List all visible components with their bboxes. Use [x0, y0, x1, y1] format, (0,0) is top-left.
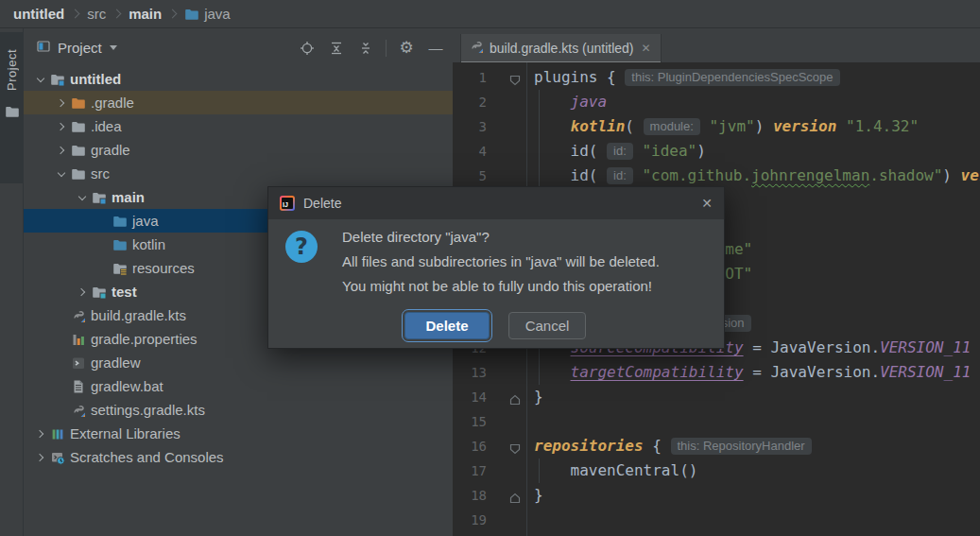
code-line-2: 2 java — [453, 90, 980, 114]
tree-item--gradle[interactable]: .gradle — [24, 91, 453, 114]
indent-guide — [539, 458, 540, 483]
tree-item-label: main — [112, 189, 145, 205]
tool-window-strip: Project — [0, 28, 24, 536]
code-line-16: 16repositories { this: RepositoryHandler — [453, 434, 980, 458]
indent-guide — [539, 114, 540, 139]
tree-item-label: untitled — [70, 71, 121, 87]
chevron-down-icon[interactable] — [55, 167, 68, 181]
tree-item-label: gradle.properties — [91, 331, 198, 347]
folder-icon — [71, 143, 86, 158]
inlay-hint: this: RepositoryHandler — [671, 438, 812, 455]
gutter: 5 — [453, 164, 526, 188]
dialog-message-line-1: Delete directory "java"? — [342, 225, 711, 250]
close-icon[interactable]: ✕ — [701, 197, 713, 210]
tab-build-gradle-kts[interactable]: build.gradle.kts (untitled) ✕ — [460, 34, 662, 62]
folder-orange-icon — [71, 95, 86, 111]
line-number: 16 — [471, 434, 487, 458]
gutter: 19 — [453, 508, 526, 532]
dialog-title-bar[interactable]: Delete ✕ — [268, 187, 724, 219]
code-text: targetCompatibility = JavaVersion.VERSIO… — [526, 360, 971, 385]
cancel-button[interactable]: Cancel — [508, 312, 586, 339]
tree-item-src[interactable]: src — [24, 162, 453, 185]
indent-guide — [539, 360, 540, 385]
code-text: } — [526, 483, 543, 508]
chevron-down-icon[interactable] — [110, 45, 117, 50]
line-number: 17 — [471, 458, 487, 483]
expand-all-icon[interactable] — [325, 37, 348, 60]
tree-item-label: settings.gradle.kts — [91, 402, 205, 418]
chevron-right-icon[interactable] — [55, 120, 68, 133]
dialog-title: Delete — [303, 196, 341, 211]
gutter: 16 — [453, 434, 526, 458]
line-number: 15 — [471, 409, 487, 434]
gradle-file-icon — [71, 308, 86, 323]
fold-end-icon[interactable] — [509, 391, 521, 403]
tree-item-settings-gradle-kts[interactable]: settings.gradle.kts — [24, 398, 453, 422]
breadcrumb-item-src[interactable]: src — [87, 6, 106, 22]
chevron-right-icon[interactable] — [55, 144, 68, 157]
breadcrumb: untitledsrcmainjava — [0, 0, 980, 28]
gutter: 14 — [453, 385, 526, 409]
tree-item-gradlew-bat[interactable]: gradlew.bat — [24, 374, 453, 398]
code-line-13: 13 targetCompatibility = JavaVersion.VER… — [453, 360, 980, 385]
close-icon[interactable]: ✕ — [642, 43, 651, 54]
fold-end-icon[interactable] — [509, 490, 521, 501]
project-panel-title[interactable]: Project — [58, 40, 102, 56]
delete-button[interactable]: Delete — [404, 312, 490, 339]
module-folder-icon — [92, 190, 107, 205]
locate-icon[interactable] — [296, 37, 318, 60]
chevron-spacer — [55, 356, 68, 370]
folder-icon — [71, 119, 86, 134]
line-number: 4 — [479, 139, 487, 164]
dialog-message-line-2: All files and subdirectories in "java" w… — [342, 250, 711, 274]
chevron-down-icon[interactable] — [76, 191, 89, 204]
code-line-1: 1plugins { this: PluginDependenciesSpecS… — [453, 65, 980, 90]
breadcrumb-item-main[interactable]: main — [129, 6, 162, 22]
inlay-hint: id: — [607, 167, 633, 184]
tree-item-scratches-and-consoles[interactable]: Scratches and Consoles — [24, 445, 453, 469]
code-text: id( id: "idea") — [526, 139, 706, 164]
chevron-right-icon[interactable] — [34, 427, 47, 441]
tree-item-gradle[interactable]: gradle — [24, 138, 453, 162]
line-number: 1 — [479, 65, 487, 90]
tree-item-label: src — [91, 165, 110, 182]
chevron-spacer — [55, 380, 68, 393]
chevron-down-icon[interactable] — [34, 73, 47, 86]
line-number: 14 — [471, 385, 487, 409]
tree-item--idea[interactable]: .idea — [24, 114, 453, 138]
tree-item-gradlew[interactable]: gradlew — [24, 351, 453, 374]
gutter: 3 — [453, 114, 526, 139]
indent-guide — [539, 90, 540, 114]
code-text: } — [526, 385, 543, 409]
tool-window-button-project[interactable]: Project — [0, 32, 24, 183]
tree-item-label: java — [132, 213, 159, 229]
collapse-all-icon[interactable] — [354, 37, 377, 60]
chevron-right-icon[interactable] — [55, 96, 68, 110]
inlay-hint: id: — [607, 143, 633, 160]
project-window-icon — [36, 39, 51, 58]
chevron-right-icon[interactable] — [34, 451, 47, 464]
breadcrumb-item-untitled[interactable]: untitled — [13, 6, 64, 22]
line-number: 18 — [471, 483, 487, 508]
settings-icon[interactable]: ⚙ — [395, 37, 418, 60]
chevron-right-icon[interactable] — [76, 285, 89, 299]
code-line-17: 17 mavenCentral() — [453, 458, 980, 483]
fold-down-icon[interactable] — [509, 72, 521, 83]
tree-item-untitled[interactable]: untitled — [24, 67, 453, 91]
bat-file-icon — [71, 379, 86, 394]
inlay-hint: module: — [644, 118, 700, 135]
gradle-file-icon — [71, 403, 86, 418]
chevron-spacer — [55, 309, 68, 322]
tree-item-label: .gradle — [91, 95, 134, 111]
gutter: 2 — [453, 90, 526, 114]
breadcrumb-item-java[interactable]: java — [184, 6, 231, 22]
question-icon: ? — [285, 231, 318, 263]
tree-item-label: Scratches and Consoles — [70, 449, 224, 465]
tree-item-external-libraries[interactable]: External Libraries — [24, 422, 453, 445]
fold-down-icon[interactable] — [509, 441, 521, 452]
folder-icon — [184, 7, 199, 22]
hide-icon[interactable]: — — [424, 37, 447, 60]
dialog-message-line-3: You might not be able to fully undo this… — [342, 274, 711, 299]
code-text: mavenCentral() — [526, 458, 697, 483]
console-file-icon — [71, 355, 86, 371]
